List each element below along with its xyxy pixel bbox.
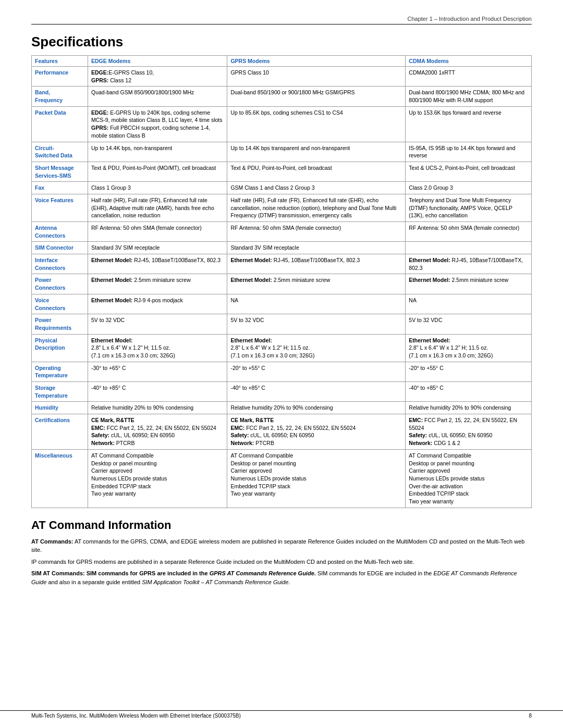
edge-cell-4: Text & PDU, Point-to-Point (MO/MT), cell… xyxy=(88,162,227,181)
feature-label-4: Short MessageServices-SMS xyxy=(32,162,88,181)
gprs-cell-1: Dual-band 850/1900 or 900/1800 MHz GSM/G… xyxy=(227,87,406,106)
gprs-cell-12: 5V to 32 VDC xyxy=(227,314,406,334)
table-row: SIM ConnectorStandard 3V SIM receptacleS… xyxy=(32,242,532,254)
gprs-cell-8: Standard 3V SIM receptacle xyxy=(227,242,406,254)
cdma-cell-8 xyxy=(406,242,532,254)
cdma-cell-5: Class 2.0 Group 3 xyxy=(406,182,532,194)
table-row: VoiceConnectorsEthernet Model: RJ-9 4-po… xyxy=(32,294,532,314)
feature-label-3: Circuit-Switched Data xyxy=(32,142,88,162)
edge-cell-12: 5V to 32 VDC xyxy=(88,314,227,334)
feature-label-9: InterfaceConnectors xyxy=(32,254,88,274)
gprs-cell-13: Ethernet Model:2.8" L x 6.4" W x 1.2" H;… xyxy=(227,334,406,362)
specifications-heading: Specifications xyxy=(31,34,532,50)
footer-left: Multi-Tech Systems, Inc. MultiModem Wire… xyxy=(31,713,241,719)
table-row: PhysicalDescriptionEthernet Model:2.8" L… xyxy=(32,334,532,362)
cdma-cell-13: Ethernet Model:2.8" L x 6.4" W x 1.2" H;… xyxy=(406,334,532,362)
cdma-cell-4: Text & UCS-2, Point-to-Point, cell broad… xyxy=(406,162,532,181)
cdma-cell-2: Up to 153.6K bps forward and reverse xyxy=(406,106,532,142)
gprs-cell-17: CE Mark, R&TTEEMC: FCC Part 2, 15, 22, 2… xyxy=(227,414,406,450)
cdma-cell-16: Relative humidity 20% to 90% condensing xyxy=(406,402,532,414)
at-text-2: IP commands for GPRS modems are publishe… xyxy=(31,559,414,565)
table-row: MiscellaneousAT Command CompatibleDeskto… xyxy=(32,449,532,508)
at-command-heading: AT Command Information xyxy=(31,519,532,532)
feature-label-11: VoiceConnectors xyxy=(32,294,88,314)
edge-cell-16: Relative humidity 20% to 90% condensing xyxy=(88,402,227,414)
at-command-section: AT Commands: AT commands for the GPRS, C… xyxy=(31,537,532,587)
table-row: Short MessageServices-SMSText & PDU, Poi… xyxy=(32,162,532,181)
feature-label-18: Miscellaneous xyxy=(32,449,88,508)
col-header-edge: EDGE Modems xyxy=(88,56,227,67)
edge-cell-15: -40° to +85° C xyxy=(88,382,227,402)
table-row: Packet DataEDGE: E-GPRS Up to 240K bps, … xyxy=(32,106,532,142)
edge-cell-18: AT Command CompatibleDesktop or panel mo… xyxy=(88,449,227,508)
edge-cell-6: Half rate (HR), Full rate (FR), Enhanced… xyxy=(88,194,227,221)
feature-label-0: Performance xyxy=(32,67,88,87)
gprs-cell-14: -20° to +55° C xyxy=(227,362,406,381)
edge-cell-13: Ethernet Model:2.8" L x 6.4" W x 1.2" H;… xyxy=(88,334,227,362)
at-paragraph-3: SIM AT Commands: SIM commands for GPRS a… xyxy=(31,569,532,586)
feature-label-6: Voice Features xyxy=(32,194,88,221)
cdma-cell-15: -40° to +85° C xyxy=(406,382,532,402)
cdma-cell-17: EMC: FCC Part 2, 15, 22, 24; EN 55022, E… xyxy=(406,414,532,450)
gprs-cell-7: RF Antenna: 50 ohm SMA (female connector… xyxy=(227,222,406,242)
cdma-cell-11: NA xyxy=(406,294,532,314)
chapter-header: Chapter 1 – Introduction and Product Des… xyxy=(31,16,532,24)
at-bold-3: SIM AT Commands: SIM commands for GPRS a… xyxy=(31,570,316,576)
gprs-cell-3: Up to 14.4K bps transparent and non-tran… xyxy=(227,142,406,162)
at-text-1: AT commands for the GPRS, CDMA, and EDGE… xyxy=(31,538,524,553)
table-row: Circuit-Switched DataUp to 14.4K bps, no… xyxy=(32,142,532,162)
cdma-cell-0: CDMA2000 1xRTT xyxy=(406,67,532,87)
cdma-cell-7: RF Antenna: 50 ohm SMA (female connector… xyxy=(406,222,532,242)
specifications-table: Features EDGE Modems GPRS Modems CDMA Mo… xyxy=(31,55,532,508)
gprs-cell-18: AT Command CompatibleDesktop or panel mo… xyxy=(227,449,406,508)
edge-cell-0: EDGE:E-GPRS Class 10,GPRS: Class 12 xyxy=(88,67,227,87)
table-row: PerformanceEDGE:E-GPRS Class 10,GPRS: Cl… xyxy=(32,67,532,87)
edge-cell-1: Quad-band GSM 850/900/1800/1900 MHz xyxy=(88,87,227,106)
edge-cell-11: Ethernet Model: RJ-9 4-pos modjack xyxy=(88,294,227,314)
table-row: StorageTemperature-40° to +85° C-40° to … xyxy=(32,382,532,402)
table-row: PowerConnectorsEthernet Model: 2.5mm min… xyxy=(32,274,532,294)
at-paragraph-1: AT Commands: AT commands for the GPRS, C… xyxy=(31,537,532,554)
feature-label-13: PhysicalDescription xyxy=(32,334,88,362)
feature-label-15: StorageTemperature xyxy=(32,382,88,402)
edge-cell-5: Class 1 Group 3 xyxy=(88,182,227,194)
table-row: Voice FeaturesHalf rate (HR), Full rate … xyxy=(32,194,532,221)
at-paragraph-2: IP commands for GPRS modems are publishe… xyxy=(31,558,532,566)
edge-cell-14: -30° to +65° C xyxy=(88,362,227,381)
chapter-title: Chapter 1 – Introduction and Product Des… xyxy=(408,16,532,22)
cdma-cell-18: AT Command CompatibleDesktop or panel mo… xyxy=(406,449,532,508)
table-row: FaxClass 1 Group 3GSM Class 1 and Class … xyxy=(32,182,532,194)
col-header-cdma: CDMA Modems xyxy=(406,56,532,67)
edge-cell-3: Up to 14.4K bps, non-transparent xyxy=(88,142,227,162)
cdma-cell-9: Ethernet Model: RJ-45, 10BaseT/100BaseTX… xyxy=(406,254,532,274)
col-header-features: Features xyxy=(32,56,88,67)
feature-label-1: Band,Frequency xyxy=(32,87,88,106)
cdma-cell-12: 5V to 32 VDC xyxy=(406,314,532,334)
gprs-cell-11: NA xyxy=(227,294,406,314)
feature-label-5: Fax xyxy=(32,182,88,194)
table-row: HumidityRelative humidity 20% to 90% con… xyxy=(32,402,532,414)
table-row: InterfaceConnectorsEthernet Model: RJ-45… xyxy=(32,254,532,274)
feature-label-12: PowerRequirements xyxy=(32,314,88,334)
feature-label-8: SIM Connector xyxy=(32,242,88,254)
feature-label-10: PowerConnectors xyxy=(32,274,88,294)
cdma-cell-1: Dual-band 800/1900 MHz CDMA; 800 MHz and… xyxy=(406,87,532,106)
feature-label-16: Humidity xyxy=(32,402,88,414)
gprs-cell-10: Ethernet Model: 2.5mm miniature screw xyxy=(227,274,406,294)
col-header-gprs: GPRS Modems xyxy=(227,56,406,67)
at-bold-1: AT Commands: xyxy=(31,538,73,545)
cdma-cell-10: Ethernet Model: 2.5mm miniature screw xyxy=(406,274,532,294)
feature-label-2: Packet Data xyxy=(32,106,88,142)
edge-cell-17: CE Mark, R&TTEEMC: FCC Part 2, 15, 22, 2… xyxy=(88,414,227,450)
cdma-cell-3: IS-95A, IS 95B up to 14.4K bps forward a… xyxy=(406,142,532,162)
gprs-cell-9: Ethernet Model: RJ-45, 10BaseT/100BaseTX… xyxy=(227,254,406,274)
gprs-cell-6: Half rate (HR), Full rate (FR), Enhanced… xyxy=(227,194,406,221)
edge-cell-8: Standard 3V SIM receptacle xyxy=(88,242,227,254)
cdma-cell-14: -20° to +55° C xyxy=(406,362,532,381)
footer-page-number: 8 xyxy=(529,713,532,719)
edge-cell-2: EDGE: E-GPRS Up to 240K bps, coding sche… xyxy=(88,106,227,142)
feature-label-17: Certifications xyxy=(32,414,88,450)
gprs-cell-4: Text & PDU, Point-to-Point, cell broadca… xyxy=(227,162,406,181)
gprs-cell-2: Up to 85.6K bps, coding schemes CS1 to C… xyxy=(227,106,406,142)
page: Chapter 1 – Introduction and Product Des… xyxy=(0,0,563,728)
